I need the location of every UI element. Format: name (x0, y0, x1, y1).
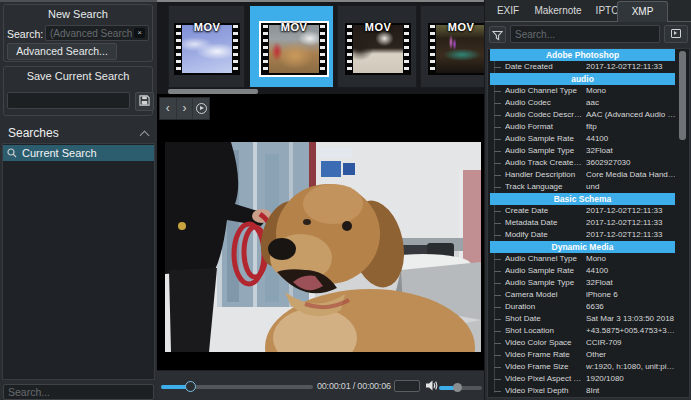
format-badge: MOV (174, 21, 240, 33)
metadata-row[interactable]: Video Frame RateOther (488, 349, 689, 361)
metadata-key: Handler Description (505, 169, 586, 181)
metadata-row[interactable]: Audio Formatfltp (488, 121, 689, 133)
metadata-key: Audio Sample Type (505, 277, 586, 289)
tree-branch-tick (494, 259, 501, 260)
metadata-row[interactable]: Track Languageund (488, 181, 689, 193)
seek-handle[interactable] (185, 381, 196, 392)
metadata-row[interactable]: Audio Sample Rate44100 (488, 265, 689, 277)
video-thumbnail[interactable]: MOV (337, 5, 417, 88)
play-circle-icon (196, 103, 207, 114)
metadata-row[interactable]: Audio Track Create…3602927030 (488, 157, 689, 169)
metadata-key: Date Created (505, 61, 586, 73)
search-label: Search: (7, 28, 43, 40)
player-controls: 00:00:01 / 00:00:06 (157, 370, 484, 400)
video-thumbnail[interactable]: MOV (249, 5, 334, 88)
metadata-row[interactable]: Video Pixel Depth8Int (488, 385, 689, 397)
metadata-value: w:1920, h:1080, unit:pi… (586, 361, 675, 373)
metadata-value: 2017-12-02T12:11:33 (586, 61, 675, 73)
metadata-row[interactable]: Audio Sample Type32Float (488, 277, 689, 289)
metadata-row[interactable]: Audio Channel TypeMono (488, 253, 689, 265)
metadata-list: Adobe PhotoshopDate Created2017-12-02T12… (487, 48, 690, 398)
metadata-row[interactable]: Modify Date2017-12-02T12:11:33 (488, 229, 689, 241)
video-preview[interactable] (157, 94, 484, 370)
metadata-section-header[interactable]: Basic Schema (490, 193, 675, 205)
metadata-row[interactable]: Audio Codec Descr…AAC (Advanced Audio … (488, 109, 689, 121)
metadata-row[interactable]: Shot DateSat Mar 3 13:03:50 2018 (488, 313, 689, 325)
tree-branch-tick (494, 211, 501, 212)
metadata-value: Sat Mar 3 13:03:50 2018 (586, 313, 675, 325)
filmstrip-frame: MOV (428, 23, 484, 75)
next-button[interactable]: › (177, 98, 194, 119)
metadata-row[interactable]: Metadata Date2017-12-02T12:11:33 (488, 217, 689, 229)
slideshow-button[interactable] (193, 98, 209, 119)
metadata-row[interactable]: Shot Location+43.5875+005.4753+3… (488, 325, 689, 337)
metadata-row[interactable]: Create Date2017-12-02T12:11:33 (488, 205, 689, 217)
searches-header[interactable]: Searches (0, 126, 157, 142)
metadata-tools-button[interactable] (664, 25, 688, 43)
metadata-key: Audio Sample Type (505, 145, 586, 157)
metadata-row[interactable]: Handler DescriptionCore Media Data Hand… (488, 169, 689, 181)
tree-branch-tick (494, 271, 501, 272)
metadata-row[interactable]: Video Pixel Aspect …1920/1080 (488, 373, 689, 385)
metadata-row[interactable]: Video Color SpaceCCIR-709 (488, 337, 689, 349)
metadata-section-header[interactable]: Dynamic Media (490, 241, 675, 253)
metadata-panel: EXIF Makernote IPTC XMP Adobe PhotoshopD… (484, 0, 691, 400)
save-search-button[interactable] (135, 92, 154, 111)
tree-branch-tick (494, 319, 501, 320)
metadata-key: Camera Model (505, 289, 586, 301)
tree-branch-tick (494, 331, 501, 332)
metadata-value: 3602927030 (586, 157, 675, 169)
tree-branch-tick (494, 343, 501, 344)
metadata-section-header[interactable]: Adobe Photoshop (490, 49, 675, 61)
metadata-key: Audio Format (505, 121, 586, 133)
metadata-key: Shot Date (505, 313, 586, 325)
tab-makernote[interactable]: Makernote (527, 0, 589, 22)
metadata-section-header[interactable]: audio (490, 73, 675, 85)
filmstrip-frame: MOV (345, 23, 411, 75)
metadata-key: Audio Channel Type (505, 253, 586, 265)
tree-branch-tick (494, 355, 501, 356)
tree-branch-tick (494, 139, 501, 140)
filter-funnel-icon (492, 30, 503, 41)
tab-xmp[interactable]: XMP (617, 1, 668, 22)
preview-toolbar: ‹ › (159, 97, 210, 120)
metadata-row[interactable]: Duration6636 (488, 301, 689, 313)
volume-slider[interactable] (439, 386, 482, 390)
metadata-rows: Adobe PhotoshopDate Created2017-12-02T12… (488, 49, 689, 397)
searches-filter-input[interactable] (3, 384, 154, 400)
metadata-search-input[interactable] (510, 25, 660, 43)
app-window: { "colors":{"accent":"#3daee9","selectio… (0, 0, 691, 400)
metadata-value: 6636 (586, 301, 675, 313)
metadata-row[interactable]: Audio Sample Type32Float (488, 145, 689, 157)
volume-handle[interactable] (453, 383, 462, 392)
seek-slider[interactable] (161, 385, 313, 389)
metadata-row[interactable]: Date Created2017-12-02T12:11:33 (488, 61, 689, 73)
time-display: 00:00:01 / 00:00:06 (317, 381, 395, 391)
metadata-row[interactable]: Audio Channel TypeMono (488, 85, 689, 97)
advanced-search-button[interactable]: Advanced Search... (7, 43, 117, 60)
chevron-up-icon (140, 131, 150, 141)
save-search-input[interactable] (7, 92, 130, 109)
metadata-key: Audio Sample Rate (505, 133, 586, 145)
filter-button[interactable] (489, 26, 506, 43)
searches-list: Current Search (2, 143, 155, 380)
tree-branch-tick (494, 151, 501, 152)
metadata-key: Audio Codec Descr… (505, 109, 586, 121)
metadata-row[interactable]: Camera ModeliPhone 6 (488, 289, 689, 301)
searches-item-current-search[interactable]: Current Search (3, 145, 154, 161)
floppy-disk-icon (139, 95, 150, 106)
metadata-row[interactable]: Video Frame Sizew:1920, h:1080, unit:pi… (488, 361, 689, 373)
metadata-row[interactable]: Audio Sample Rate44100 (488, 133, 689, 145)
clear-search-icon[interactable]: × (134, 28, 145, 38)
metadata-row[interactable]: Audio Codecaac (488, 97, 689, 109)
metadata-scrollbar[interactable] (679, 51, 686, 140)
speed-spinbox[interactable] (394, 380, 420, 392)
metadata-value: Mono (586, 85, 675, 97)
video-thumbnail[interactable]: MOV (420, 5, 484, 88)
video-thumbnail[interactable]: MOV (168, 5, 245, 88)
tab-exif[interactable]: EXIF (491, 0, 525, 22)
previous-button[interactable]: ‹ (160, 98, 177, 119)
metadata-key: Track Language (505, 181, 586, 193)
tree-branch-tick (494, 367, 501, 368)
speaker-icon[interactable] (425, 379, 438, 392)
